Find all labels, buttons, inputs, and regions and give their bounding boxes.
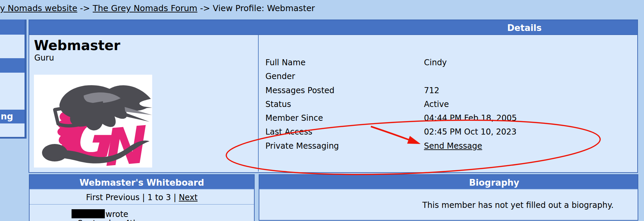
whiteboard-header-bar: Webmaster's Whiteboard bbox=[30, 175, 254, 190]
breadcrumb-forum-link[interactable]: The Grey Nomads Forum bbox=[93, 3, 197, 13]
pager-range: 1 to 3 bbox=[147, 193, 171, 202]
sidebar-body-row bbox=[0, 35, 25, 58]
detail-label: Status bbox=[265, 100, 424, 109]
pager-separator: | bbox=[142, 193, 145, 202]
detail-row: StatusActive bbox=[265, 100, 449, 109]
detail-label: Gender bbox=[265, 72, 424, 81]
pager-first[interactable]: First bbox=[86, 193, 103, 202]
detail-label: Full Name bbox=[265, 58, 424, 67]
detail-row: Last Access02:45 PM Oct 10, 2023 bbox=[265, 127, 517, 137]
gn-logo-image: G N bbox=[34, 75, 152, 168]
breadcrumb-separator: -> bbox=[200, 3, 213, 13]
detail-row: Full NameCindy bbox=[265, 58, 447, 67]
send-message-link[interactable]: Send Message bbox=[424, 141, 482, 151]
profile-user-title: Guru bbox=[34, 53, 54, 63]
breadcrumb-separator: -> bbox=[80, 3, 93, 13]
whiteboard-panel: Webmaster's Whiteboard First Previous | … bbox=[29, 174, 255, 221]
wrote-label: wrote bbox=[105, 210, 128, 219]
detail-label: Private Messaging bbox=[265, 141, 424, 151]
detail-value: 04:44 PM Feb 18, 2005 bbox=[424, 113, 517, 123]
biography-header-bar: Biography bbox=[259, 175, 638, 190]
sidebar-body-row bbox=[0, 123, 25, 137]
breadcrumb: y Nomads website -> The Grey Nomads Foru… bbox=[0, 3, 315, 13]
sidebar-item-clipped[interactable]: ng bbox=[0, 110, 25, 123]
detail-row: Member Since04:44 PM Feb 18, 2005 bbox=[265, 113, 517, 123]
pager-next-link[interactable]: Next bbox=[179, 193, 198, 202]
pager-previous[interactable]: Previous bbox=[105, 193, 139, 202]
sidebar-header-row bbox=[0, 20, 25, 35]
detail-row: Gender bbox=[265, 72, 424, 81]
pager-separator: | bbox=[173, 193, 176, 202]
detail-value: Cindy bbox=[424, 58, 447, 67]
breadcrumb-current-page: View Profile: Webmaster bbox=[213, 3, 315, 13]
redacted-username bbox=[72, 209, 105, 218]
profile-username: Webmaster bbox=[34, 38, 120, 53]
detail-row: Messages Posted712 bbox=[265, 86, 439, 95]
sidebar-body-row bbox=[0, 73, 25, 110]
detail-value: Active bbox=[424, 100, 449, 109]
details-panel: Details Webmaster Guru G N bbox=[29, 20, 638, 173]
detail-row: Private MessagingSend Message bbox=[265, 141, 482, 151]
details-header-bar: Details bbox=[29, 20, 637, 35]
biography-panel: Biography This member has not yet filled… bbox=[259, 174, 638, 221]
avatar: G N bbox=[34, 75, 152, 168]
sidebar-item-label: ng bbox=[1, 111, 13, 121]
detail-value: 712 bbox=[424, 86, 439, 95]
details-header-title: Details bbox=[507, 23, 542, 33]
detail-label: Last Access bbox=[265, 127, 424, 137]
details-column-divider bbox=[258, 35, 259, 172]
sidebar-header-row bbox=[0, 58, 25, 73]
breadcrumb-site-link[interactable]: y Nomads website bbox=[0, 3, 77, 13]
biography-empty-text: This member has not yet filled out a bio… bbox=[422, 200, 613, 210]
detail-label: Messages Posted bbox=[265, 86, 424, 95]
detail-value: 02:45 PM Oct 10, 2023 bbox=[424, 127, 517, 137]
clipped-text-line: September 4th bbox=[78, 219, 138, 221]
whiteboard-pager: First Previous | 1 to 3 | Next bbox=[30, 190, 254, 205]
sidebar-menu-fragment: ng bbox=[0, 20, 27, 139]
detail-label: Member Since bbox=[265, 113, 424, 123]
biography-header-title: Biography bbox=[469, 178, 519, 188]
whiteboard-header-title: Webmaster's Whiteboard bbox=[79, 178, 204, 188]
profile-page: y Nomads website -> The Grey Nomads Foru… bbox=[0, 0, 644, 221]
